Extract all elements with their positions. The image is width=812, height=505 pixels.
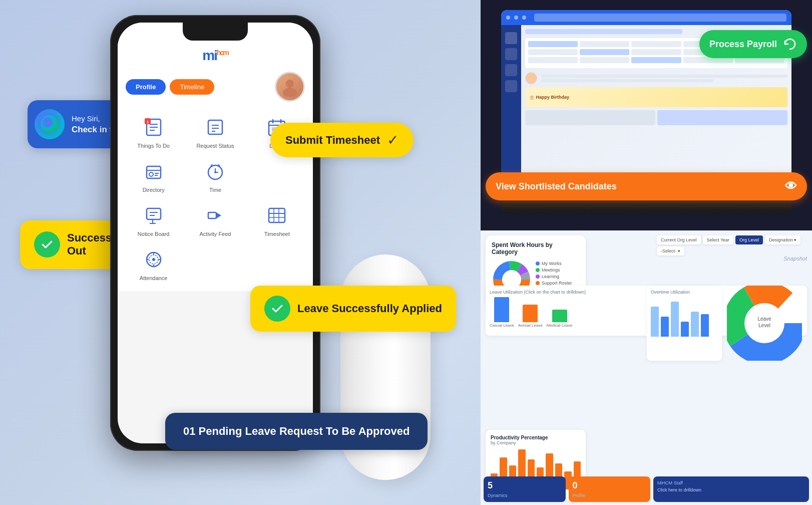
svg-point-2 bbox=[283, 88, 297, 97]
app-label-todo: Things To Do bbox=[137, 143, 170, 149]
dynamics-stat: 5 Dynamics bbox=[484, 476, 566, 502]
pending-text: 01 Pending Leave Request To Be Approved bbox=[183, 425, 410, 438]
dynamics-number: 5 bbox=[488, 480, 562, 491]
svg-text:Level: Level bbox=[758, 323, 770, 328]
app-item-todo[interactable]: 1 Things To Do bbox=[128, 115, 179, 149]
profile-label: Profile bbox=[573, 493, 647, 498]
ls-sidebar bbox=[501, 25, 521, 195]
app-label-directory: Directory bbox=[143, 187, 165, 193]
bottom-stats: 5 Dynamics 0 Profile MiHCM Staff Click h… bbox=[481, 473, 812, 505]
app-item-directory[interactable]: Directory bbox=[128, 159, 179, 193]
svg-rect-19 bbox=[147, 166, 161, 178]
app-label-notice: Notice Board bbox=[138, 231, 170, 237]
svg-point-20 bbox=[149, 172, 153, 176]
time-icon bbox=[203, 159, 228, 184]
profile-stat: 0 Profile bbox=[569, 476, 651, 502]
process-payroll-badge[interactable]: Process Payroll bbox=[699, 30, 807, 58]
svg-text:Leave: Leave bbox=[757, 316, 771, 322]
tab-profile[interactable]: Profile bbox=[126, 79, 166, 95]
svg-point-1 bbox=[286, 80, 294, 88]
app-label-activity: Activity Feed bbox=[200, 231, 231, 237]
ls-header bbox=[501, 10, 791, 25]
app-item-timesheet[interactable]: Timesheet bbox=[251, 203, 303, 237]
phone-mockup: mihcm Profile Timeline bbox=[110, 15, 320, 451]
timesheet-bubble: Submit Timesheet ✓ bbox=[270, 123, 414, 157]
attendance-icon bbox=[141, 247, 166, 272]
refresh-icon bbox=[783, 37, 797, 51]
dynamics-label: Dynamics bbox=[488, 493, 562, 498]
phone-screen: mihcm Profile Timeline bbox=[118, 23, 313, 443]
overtime-area: Overtime Utilization bbox=[647, 286, 722, 361]
app-item-empty1 bbox=[251, 159, 303, 193]
app-label-request: Request Status bbox=[196, 143, 234, 149]
app-label-attendance: Attendance bbox=[140, 275, 168, 281]
right-panel: 🎂 Happy Birthday bbox=[481, 0, 812, 505]
app-label-time: Time bbox=[209, 187, 221, 193]
leave-applied-bubble: Leave Successfully Applied bbox=[250, 286, 456, 332]
todo-icon: 1 bbox=[141, 115, 166, 140]
filter-controls: Current Org Level Select Year Org Level … bbox=[657, 235, 807, 256]
profile-number: 0 bbox=[573, 480, 647, 491]
svg-marker-35 bbox=[216, 212, 221, 218]
leave-check-icon bbox=[264, 296, 290, 322]
overtime-title: Overtime Utilization bbox=[651, 290, 718, 295]
app-item-time[interactable]: Time bbox=[189, 159, 241, 193]
svg-text:1: 1 bbox=[146, 120, 149, 124]
svg-rect-36 bbox=[269, 208, 285, 222]
laptop-section: 🎂 Happy Birthday bbox=[481, 0, 812, 230]
timesheet-text: Submit Timesheet bbox=[285, 134, 380, 147]
siri-icon bbox=[35, 109, 65, 139]
pie-chart-area: Leave Level bbox=[727, 286, 807, 361]
tab-timeline[interactable]: Timeline bbox=[170, 79, 214, 95]
svg-point-26 bbox=[214, 171, 216, 173]
directory-icon bbox=[141, 159, 166, 184]
svg-point-43 bbox=[152, 258, 155, 261]
keyboard-area bbox=[501, 205, 791, 213]
extra-stat: MiHCM Staff Click here to drilldown bbox=[653, 476, 809, 502]
avatar bbox=[275, 72, 305, 102]
svg-point-0 bbox=[41, 115, 59, 133]
pie-chart: Leave Level bbox=[727, 286, 802, 361]
svg-rect-9 bbox=[208, 120, 222, 134]
notice-icon bbox=[141, 203, 166, 228]
shortlisted-badge[interactable]: View Shortlisted Candidates 👁 bbox=[486, 172, 807, 200]
svg-rect-29 bbox=[147, 208, 161, 219]
process-payroll-label: Process Payroll bbox=[709, 39, 777, 50]
snapshot-label: Snapshot bbox=[784, 256, 807, 262]
dashboard-section: Spent Work Hours by Category My Works bbox=[481, 230, 812, 505]
timesheet-check-icon: ✓ bbox=[387, 132, 398, 148]
svg-rect-34 bbox=[208, 212, 216, 218]
work-hours-title: Spent Work Hours by Category bbox=[492, 241, 580, 256]
shortlisted-label: View Shortlisted Candidates bbox=[496, 181, 617, 192]
app-item-request[interactable]: Request Status bbox=[189, 115, 241, 149]
phone-notch bbox=[183, 23, 248, 41]
app-item-activity[interactable]: Activity Feed bbox=[189, 203, 241, 237]
activity-icon bbox=[203, 203, 228, 228]
request-icon bbox=[203, 115, 228, 140]
app-item-notice[interactable]: Notice Board bbox=[128, 203, 179, 237]
pending-bubble: 01 Pending Leave Request To Be Approved bbox=[165, 413, 428, 450]
app-item-attendance[interactable]: Attendance bbox=[128, 247, 179, 281]
left-panel: Hey Siri, Check in to work! mihcm Profil… bbox=[0, 0, 481, 505]
timesheet-icon bbox=[264, 203, 289, 228]
leave-applied-text: Leave Successfully Applied bbox=[297, 302, 442, 315]
eye-icon: 👁 bbox=[785, 179, 797, 193]
app-label-timesheet: Timesheet bbox=[264, 231, 290, 237]
checkout-check-icon bbox=[34, 231, 60, 258]
